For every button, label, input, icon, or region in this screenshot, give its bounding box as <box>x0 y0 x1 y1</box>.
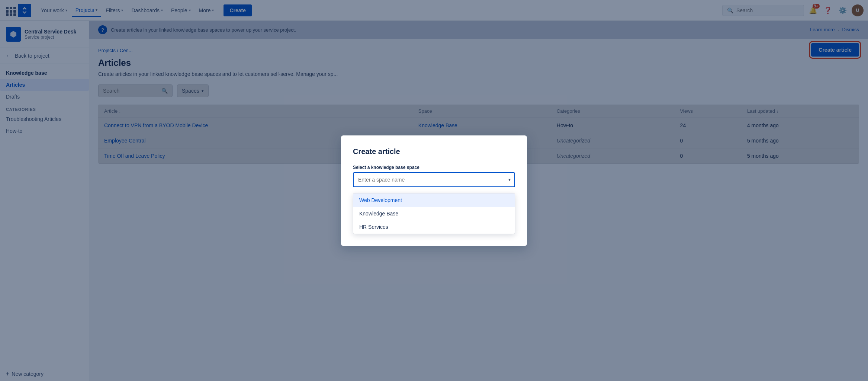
space-name-input[interactable] <box>353 172 515 187</box>
space-dropdown-list: Web Development Knowledge Base HR Servic… <box>353 193 515 234</box>
modal-label: Select a knowledge base space <box>353 165 515 170</box>
main-content: ? Create articles in your linked knowled… <box>89 21 868 381</box>
modal-overlay: Create article Select a knowledge base s… <box>89 21 868 381</box>
dropdown-item-knowledge-base[interactable]: Knowledge Base <box>353 207 515 220</box>
dropdown-item-web-development[interactable]: Web Development <box>353 193 515 207</box>
create-article-modal: Create article Select a knowledge base s… <box>341 135 527 246</box>
modal-title: Create article <box>353 147 515 156</box>
modal-select-wrapper: ▾ <box>353 172 515 187</box>
main-layout: Central Service Desk Service project ← B… <box>0 21 868 381</box>
dropdown-item-hr-services[interactable]: HR Services <box>353 220 515 234</box>
